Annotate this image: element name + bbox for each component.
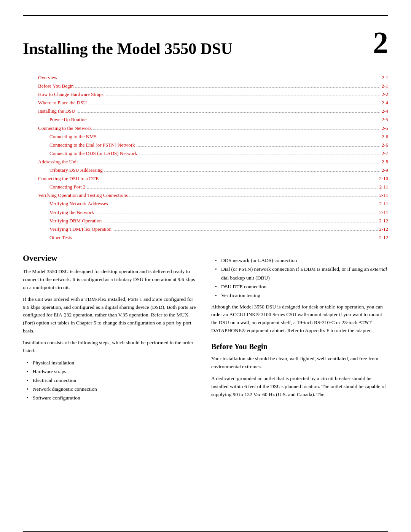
toc-entry: Power-Up Routine2-5	[49, 115, 388, 124]
toc-page-number: 2-8	[382, 158, 388, 166]
toc-page-number: 2-4	[382, 99, 388, 107]
chapter-title: Installing the Model 3550 DSU	[23, 40, 369, 58]
before-you-begin-heading: Before You Begin	[211, 342, 388, 351]
toc-entry-label: Addressing the Unit	[38, 158, 78, 166]
toc-entry: Verifying DBM Operation2-12	[49, 217, 388, 225]
toc-entry: Installing the DSU2-4	[38, 107, 388, 115]
toc-page-number: 2-11	[379, 183, 388, 191]
toc-page-number: 2-5	[382, 124, 388, 133]
toc-entry: Connecting to the NMS2-6	[49, 133, 388, 141]
before-para-1: Your installation site should be clean, …	[211, 355, 388, 371]
overview-bullets: Physical installationHardware strapsElec…	[27, 359, 200, 403]
toc-page-number: 2-4	[382, 107, 388, 115]
toc-entry-label: Tributary DSU Addressing	[49, 166, 103, 174]
toc-dots	[98, 138, 380, 138]
overview-para-3: Installation consists of the following s…	[23, 339, 200, 355]
overview-para-2: If the unit was ordered with a TDM/Flex …	[23, 296, 200, 335]
toc-dots	[104, 171, 380, 172]
toc-dots	[129, 197, 378, 197]
toc-entry-label: Connecting to the NMS	[49, 133, 97, 141]
toc-dots	[137, 146, 380, 147]
toc-dots	[88, 104, 380, 104]
table-of-contents: Overview2-1Before You Begin2-1How to Cha…	[38, 73, 388, 242]
toc-entry: How to Change Hardware Straps2-2	[38, 90, 388, 99]
list-item: DDS network (or LADS) connection	[215, 256, 388, 265]
toc-entry-label: Verifying Network Addresses	[49, 200, 108, 208]
before-para-2: A dedicated grounded ac outlet that is p…	[211, 375, 388, 399]
list-item: Electrical connection	[27, 376, 200, 385]
toc-dots	[103, 222, 378, 222]
toc-entry: Tributary DSU Addressing2-9	[49, 166, 388, 174]
toc-page-number: 2-11	[379, 191, 388, 200]
toc-page-number: 2-9	[382, 166, 388, 174]
toc-entry-label: Connecting Port 2	[49, 183, 86, 191]
list-item: Physical installation	[27, 359, 200, 367]
toc-dots	[93, 129, 380, 130]
toc-entry: Where to Place the DSU2-4	[38, 99, 388, 107]
toc-entry: Connecting the DSU to a DTE2-10	[38, 174, 388, 183]
toc-entry: Connecting to the Dial (or PSTN) Network…	[49, 141, 388, 149]
toc-page-number: 2-11	[379, 200, 388, 208]
toc-dots	[73, 239, 378, 239]
toc-entry-label: Verifying DBM Operation	[49, 217, 102, 225]
chapter-header: Installing the Model 3550 DSU 2	[23, 27, 388, 62]
toc-dots	[100, 180, 378, 180]
list-item: Verification testing	[215, 291, 388, 300]
overview-heading: Overview	[23, 253, 200, 263]
toc-entry: Connecting to the DDS (or LADS) Network2…	[49, 149, 388, 158]
toc-page-number: 2-10	[379, 174, 388, 183]
toc-entry: Connecting to the Network2-5	[38, 124, 388, 133]
toc-entry-label: How to Change Hardware Straps	[38, 90, 104, 99]
toc-dots	[77, 112, 380, 113]
toc-dots	[110, 205, 378, 205]
toc-page-number: 2-6	[382, 133, 388, 141]
toc-page-number: 2-12	[379, 217, 388, 225]
toc-entry: Verifying Network Addresses2-11	[49, 200, 388, 208]
toc-page-number: 2-1	[382, 73, 388, 82]
list-item: Hardware straps	[27, 367, 200, 376]
toc-dots	[105, 96, 380, 96]
toc-entry: Other Tests2-12	[49, 233, 388, 242]
chapter-number: 2	[373, 27, 388, 58]
toc-entry-label: Overview	[38, 73, 57, 82]
overview-para-1: The Model 3550 DSU is designed for deskt…	[23, 268, 200, 292]
toc-dots	[139, 155, 380, 155]
toc-entry-label: Connecting to the DDS (or LADS) Network	[49, 149, 137, 158]
toc-page-number: 2-7	[382, 149, 388, 158]
toc-page-number: 2-12	[379, 225, 388, 233]
toc-dots	[59, 79, 380, 79]
main-content: Overview The Model 3550 DSU is designed …	[23, 253, 388, 406]
toc-entry-label: Verifying the Network	[49, 208, 94, 217]
toc-entry: Verifying Operation and Testing Connecti…	[38, 191, 388, 200]
toc-page-number: 2-1	[382, 82, 388, 90]
toc-dots	[113, 230, 378, 231]
toc-entry-label: Before You Begin	[38, 82, 74, 90]
toc-entry: Before You Begin2-1	[38, 82, 388, 90]
toc-entry-label: Power-Up Routine	[49, 115, 87, 124]
toc-entry-label: Verifying Operation and Testing Connecti…	[38, 191, 128, 200]
right-column: DDS network (or LADS) connectionDial (or…	[211, 253, 388, 406]
toc-dots	[88, 121, 380, 121]
toc-page-number: 2-6	[382, 141, 388, 149]
toc-entry-label: Other Tests	[49, 233, 72, 242]
list-item: Network diagnostic connection	[27, 385, 200, 394]
toc-page-number: 2-2	[382, 90, 388, 99]
toc-entry: Addressing the Unit2-8	[38, 158, 388, 166]
toc-page-number: 2-5	[382, 115, 388, 124]
list-item: Dial (or PSTN) network connection if a D…	[215, 265, 388, 283]
toc-entry: Overview2-1	[38, 73, 388, 82]
right-para: Although the Model 3550 DSU is designed …	[211, 303, 388, 335]
top-rule	[23, 15, 388, 16]
toc-dots	[96, 214, 378, 214]
page: Installing the Model 3550 DSU 2 Overview…	[0, 15, 411, 532]
right-bullets: DDS network (or LADS) connectionDial (or…	[215, 256, 388, 300]
toc-entry-label: Verifying TDM/Flex Operation	[49, 225, 112, 233]
toc-entry: Verifying TDM/Flex Operation2-12	[49, 225, 388, 233]
toc-entry-label: Where to Place the DSU	[38, 99, 87, 107]
list-item: Software configuration	[27, 394, 200, 403]
left-column: Overview The Model 3550 DSU is designed …	[23, 253, 200, 406]
toc-page-number: 2-12	[379, 233, 388, 242]
toc-entry-label: Connecting the DSU to a DTE	[38, 174, 99, 183]
toc-page-number: 2-11	[379, 208, 388, 217]
toc-entry-label: Connecting to the Network	[38, 124, 92, 133]
